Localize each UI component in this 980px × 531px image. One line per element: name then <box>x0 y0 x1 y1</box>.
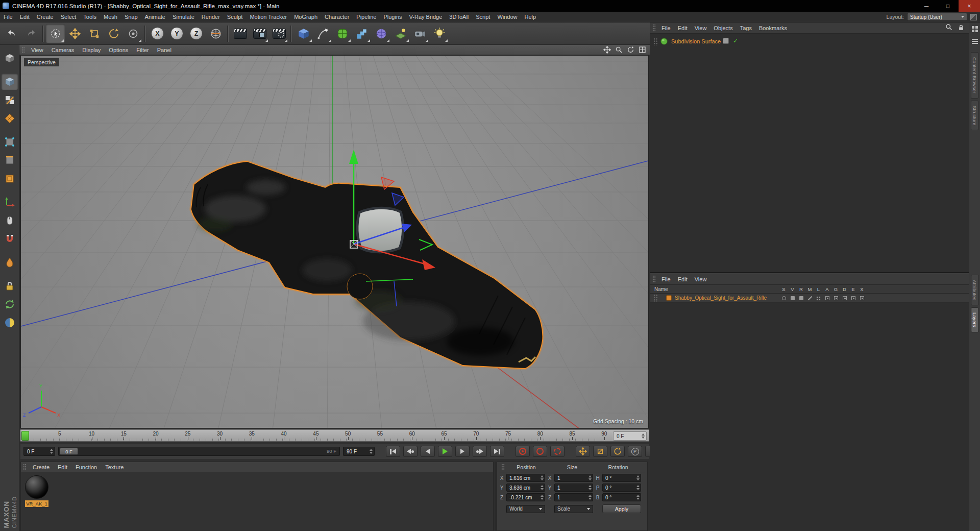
menubar-item[interactable]: File <box>0 14 16 20</box>
position-z-field[interactable]: -0.221 cm <box>506 493 545 501</box>
spinner-icon[interactable] <box>541 495 544 500</box>
play-button[interactable] <box>438 446 452 457</box>
layer-manager-menu-item[interactable]: View <box>691 276 710 282</box>
timeline-playhead[interactable] <box>21 431 29 441</box>
world-dropdown[interactable]: World <box>506 505 545 513</box>
menubar-item[interactable]: V-Ray Bridge <box>406 14 446 20</box>
spinner-icon[interactable] <box>50 449 53 454</box>
object-manager-tree[interactable]: Subdivision Surface ✓ <box>650 34 969 272</box>
edges-mode-button[interactable] <box>2 152 18 168</box>
object-row[interactable]: Subdivision Surface ✓ <box>650 36 969 47</box>
panel-grip[interactable] <box>652 275 656 283</box>
viewport-menu-item[interactable]: Display <box>78 47 105 53</box>
enable-axis-button[interactable] <box>2 194 18 210</box>
add-mograph-button[interactable] <box>352 24 371 43</box>
spinner-icon[interactable] <box>541 475 544 480</box>
keying-rotation-button[interactable] <box>610 446 625 457</box>
layer-manager-menu-item[interactable]: Edit <box>674 276 691 282</box>
object-manager-menu-item[interactable]: Tags <box>737 25 755 31</box>
lock-icon[interactable] <box>958 24 965 32</box>
panel-grip[interactable] <box>23 464 27 470</box>
add-deformer-button[interactable] <box>372 24 390 43</box>
toggle-view-icon[interactable] <box>638 46 647 54</box>
visibility-toggle[interactable] <box>723 38 729 44</box>
autokeying-button[interactable] <box>533 446 547 457</box>
add-cube-button[interactable] <box>294 24 313 43</box>
layer-visible-toggle[interactable] <box>788 294 797 303</box>
render-picture-viewer-button[interactable] <box>250 24 269 43</box>
menubar-item[interactable]: Create <box>33 14 57 20</box>
dock-tab[interactable]: Content Browser <box>971 52 979 99</box>
menubar-item[interactable]: Pipeline <box>353 14 380 20</box>
layer-name[interactable]: Shabby_Optical_Sight_for_Assault_Rifle <box>675 295 767 301</box>
timeline-slider[interactable]: 0 F 90 F <box>58 447 340 456</box>
make-editable-button[interactable] <box>2 50 18 66</box>
layout-dropdown[interactable]: Startup (User) <box>907 13 967 21</box>
snap-button[interactable] <box>2 231 18 247</box>
last-tool-button[interactable] <box>124 24 142 43</box>
panel-menu-icon[interactable] <box>972 37 978 46</box>
material-menu-item[interactable]: Texture <box>101 464 128 470</box>
size-x-field[interactable]: 1 <box>554 474 593 482</box>
render-settings-button[interactable] <box>270 24 288 43</box>
menubar-item[interactable]: Window <box>494 14 521 20</box>
panel-grip[interactable] <box>501 464 505 470</box>
object-manager-menu-item[interactable]: Edit <box>674 25 691 31</box>
layer-list[interactable]: Shabby_Optical_Sight_for_Assault_Rifle <box>650 294 969 531</box>
rotate-view-icon[interactable] <box>626 46 635 54</box>
menubar-item[interactable]: Sculpt <box>224 14 247 20</box>
material-name[interactable]: VR_AK_1 <box>25 500 48 507</box>
menubar-item[interactable]: MoGraph <box>290 14 321 20</box>
spinner-icon[interactable] <box>589 475 592 480</box>
rotation-b-field[interactable]: 0 ° <box>602 493 641 501</box>
close-button[interactable]: × <box>959 0 980 12</box>
layer-row[interactable]: Shabby_Optical_Sight_for_Assault_Rifle <box>650 294 969 303</box>
panel-grip[interactable] <box>652 24 656 32</box>
go-to-start-button[interactable] <box>386 446 400 457</box>
add-spline-button[interactable] <box>313 24 332 43</box>
material-preview[interactable] <box>25 475 48 499</box>
minimize-button[interactable]: ─ <box>916 0 937 12</box>
add-light-button[interactable] <box>430 24 449 43</box>
material-menu-item[interactable]: Function <box>71 464 101 470</box>
next-frame-button[interactable] <box>455 446 470 457</box>
layer-expressions-toggle[interactable] <box>849 294 857 303</box>
workplane-mode-button[interactable] <box>2 110 18 127</box>
menubar-item[interactable]: Mesh <box>100 14 121 20</box>
current-frame-field[interactable]: 0 F <box>613 431 647 441</box>
spinner-icon[interactable] <box>636 495 640 500</box>
viewport-menu-item[interactable]: Filter <box>132 47 153 53</box>
zoom-view-icon[interactable] <box>615 46 623 54</box>
lock-workplane-button[interactable] <box>2 278 18 294</box>
spinner-icon[interactable] <box>370 449 373 454</box>
model-shabby-optical-sight[interactable] <box>191 161 543 369</box>
add-camera-button[interactable] <box>410 24 429 43</box>
interface-icon[interactable] <box>970 14 977 20</box>
menubar-item[interactable]: Script <box>472 14 494 20</box>
position-y-field[interactable]: 3.636 cm <box>506 484 545 492</box>
object-manager-menu-item[interactable]: Bookmarks <box>755 25 791 31</box>
keying-position-button[interactable] <box>576 446 590 457</box>
layer-manager-menu-item[interactable]: File <box>658 276 674 282</box>
layer-deformers-toggle[interactable] <box>840 294 849 303</box>
viewport-menu-item[interactable]: Cameras <box>47 47 79 53</box>
spinner-icon[interactable] <box>636 475 640 480</box>
spinner-icon[interactable] <box>589 485 592 490</box>
layer-generators-toggle[interactable] <box>831 294 840 303</box>
keyframe-selection-button[interactable] <box>550 446 565 457</box>
frame-end-field[interactable]: 90 F <box>343 447 375 456</box>
object-manager-menu-item[interactable]: File <box>658 25 674 31</box>
enabled-check-icon[interactable]: ✓ <box>733 37 738 44</box>
scale-button[interactable] <box>85 24 104 43</box>
menubar-item[interactable]: Tools <box>80 14 100 20</box>
viewport-menu-item[interactable]: Panel <box>153 47 176 53</box>
material-item[interactable]: VR_AK_1 <box>25 475 50 507</box>
spinner-icon[interactable] <box>636 485 640 490</box>
add-subdivision-surface-button[interactable] <box>333 24 352 43</box>
maximize-button[interactable]: □ <box>937 0 959 12</box>
apply-button[interactable]: Apply <box>602 504 641 513</box>
panel-grip[interactable] <box>21 46 25 53</box>
menubar-item[interactable]: Snap <box>121 14 141 20</box>
menubar-item[interactable]: Character <box>321 14 353 20</box>
record-keyframe-button[interactable] <box>516 446 530 457</box>
